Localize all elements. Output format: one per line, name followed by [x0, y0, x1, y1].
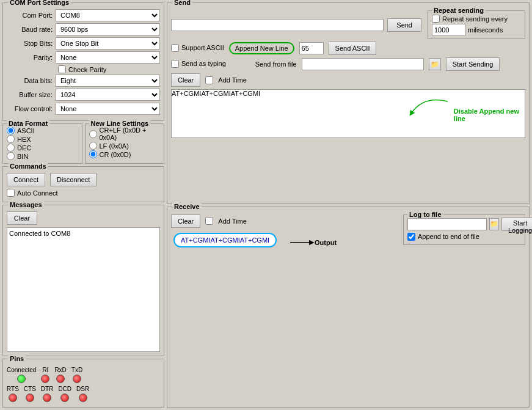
stop-bits-select[interactable]: One Stop Bit [56, 37, 160, 49]
com-port-select[interactable]: COM8 [56, 9, 160, 21]
repeat-title: Repeat sending [432, 7, 486, 14]
data-format-title: Data Format [7, 120, 49, 127]
send-add-time-checkbox[interactable] [205, 76, 213, 84]
send-area: AT+CGMIAT+CGMIAT+CGMI [171, 89, 525, 138]
radio-dec[interactable] [7, 144, 15, 152]
radio-lf-label: LF (0x0A) [100, 142, 129, 150]
radio-bin-label: BIN [17, 153, 28, 160]
send-button[interactable]: Send [387, 18, 421, 32]
pin-dtr-label: DTR [41, 386, 54, 392]
receive-group: Receive Clear Add Time AT+CGMIAT+CGMIAT+… [167, 207, 530, 408]
receive-content-area: AT+CGMIAT+CGMIAT+CGMI [171, 230, 399, 404]
messages-content: Connected to COM8 [9, 230, 70, 237]
commands-title: Commands [8, 163, 48, 170]
radio-cr[interactable] [89, 150, 97, 158]
send-add-time-label: Add Time [218, 76, 246, 84]
commands-group: Commands Connect Disconnect Auto Connect [2, 166, 164, 202]
messages-clear-button[interactable]: Clear [7, 211, 37, 225]
support-ascii-checkbox[interactable] [171, 44, 179, 52]
append-new-line-button[interactable]: Append New Line [229, 42, 294, 54]
repeat-label: Repeat sending every [442, 15, 508, 23]
send-ascii-button[interactable]: Send ASCII [329, 42, 377, 55]
radio-lf[interactable] [89, 142, 97, 150]
log-folder-icon: 📁 [490, 220, 498, 228]
com-port-settings: COM Port Settings Com Port: COM8 Baud ra… [2, 2, 164, 121]
send-from-file-label: Send from file [255, 60, 297, 68]
check-parity-checkbox[interactable] [58, 65, 66, 73]
receive-add-time-checkbox[interactable] [205, 217, 213, 225]
radio-crlf-label: CR+LF (0x0D + 0x0A) [100, 126, 161, 141]
folder-icon: 📁 [431, 60, 439, 68]
stop-bits-label: Stop Bits: [7, 40, 56, 47]
send-area-text: AT+CGMIAT+CGMIAT+CGMI [172, 90, 260, 97]
auto-connect-checkbox[interactable] [7, 189, 15, 197]
radio-ascii-label: ASCII [17, 127, 35, 134]
pins-title: Pins [8, 355, 26, 362]
baud-rate-select[interactable]: 9600 bps [56, 23, 160, 35]
pin-connected-led [17, 375, 26, 383]
send-as-typing-checkbox[interactable] [171, 60, 179, 68]
flow-control-select[interactable]: None [56, 103, 160, 115]
pin-rts-led [9, 394, 17, 402]
repeat-value-input[interactable]: 1000 [432, 24, 465, 36]
log-group: Log to file 📁 Start Logging Append to en… [403, 214, 525, 404]
buffer-size-label: Buffer size: [7, 91, 56, 98]
receive-title: Receive [172, 203, 202, 210]
repeat-group: Repeat sending Repeat sending every 1000… [428, 10, 525, 39]
pin-dcd-led [60, 394, 69, 402]
start-sending-button[interactable]: Start Sending [446, 57, 500, 71]
receive-scrollable: AT+CGMIAT+CGMIAT+CGMI [171, 230, 399, 267]
baud-rate-label: Baud rate: [7, 26, 56, 33]
receive-text: AT+CGMIAT+CGMIAT+CGMI [173, 233, 277, 247]
new-line-title: New Line Settings [89, 120, 151, 127]
start-logging-button[interactable]: Start Logging [501, 218, 532, 231]
ascii-value-input[interactable]: 65 [299, 42, 324, 54]
auto-connect-label: Auto Connect [17, 189, 58, 197]
browse-file-button[interactable]: 📁 [429, 58, 441, 70]
data-format-group: Data Format ASCII HEX DEC BIN [2, 123, 82, 164]
support-ascii-label: Support ASCII [181, 44, 224, 51]
radio-ascii[interactable] [7, 126, 15, 134]
pin-ri-led [41, 375, 49, 383]
messages-group: Messages Clear Connected to COM8 [2, 205, 164, 356]
log-title: Log to file [407, 211, 443, 218]
send-from-file-input[interactable] [302, 58, 424, 70]
send-group: Send AT+CGMI Send Repeat sending Repeat … [167, 2, 530, 204]
pin-rxd-led [56, 375, 65, 383]
append-end-checkbox[interactable] [407, 233, 415, 241]
pin-connected-label: Connected [7, 367, 36, 373]
pin-dsr-led [79, 394, 87, 402]
parity-select[interactable]: None [56, 51, 160, 64]
radio-hex[interactable] [7, 135, 15, 143]
send-input[interactable]: AT+CGMI [171, 19, 384, 31]
send-as-typing-label: Send as typing [181, 60, 226, 67]
parity-label: Parity: [7, 54, 56, 61]
disconnect-button[interactable]: Disconnect [50, 173, 97, 186]
repeat-checkbox[interactable] [432, 15, 440, 23]
log-browse-button[interactable]: 📁 [489, 218, 499, 230]
new-line-group: New Line Settings CR+LF (0x0D + 0x0A) LF… [85, 123, 165, 164]
flow-control-label: Flow control: [7, 105, 56, 112]
pin-dsr-label: DSR [76, 386, 89, 392]
pin-cts-led [26, 394, 34, 402]
log-file-input[interactable] [407, 218, 487, 230]
append-end-label: Append to end of file [418, 233, 479, 240]
buffer-size-select[interactable]: 1024 [56, 89, 160, 101]
data-bits-select[interactable]: Eight [56, 75, 160, 87]
pin-ri-label: RI [42, 367, 48, 373]
pin-cts-label: CTS [24, 386, 36, 392]
receive-clear-button[interactable]: Clear [171, 214, 200, 228]
repeat-unit: miliseconds [468, 26, 503, 34]
connect-button[interactable]: Connect [7, 173, 45, 186]
log-to-file-box: Log to file 📁 Start Logging Append to en… [403, 214, 525, 245]
messages-area: Connected to COM8 [7, 227, 160, 352]
pin-txd-label: TxD [71, 367, 82, 373]
radio-crlf[interactable] [89, 130, 97, 138]
com-port-title: COM Port Settings [8, 0, 71, 6]
pin-txd-led [73, 375, 81, 383]
radio-dec-label: DEC [17, 144, 31, 152]
check-parity-label: Check Parity [68, 66, 106, 73]
send-title: Send [172, 0, 192, 6]
radio-bin[interactable] [7, 152, 15, 160]
send-clear-button[interactable]: Clear [171, 73, 200, 87]
